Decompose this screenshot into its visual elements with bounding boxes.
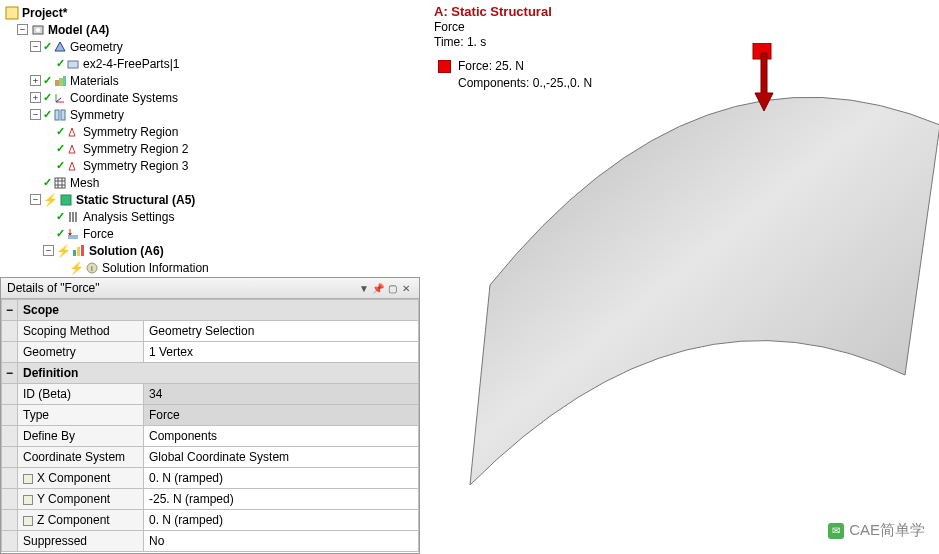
tree-item-geometry[interactable]: − ✓ Geometry [4,38,420,55]
watermark: ✉ CAE简单学 [828,521,925,540]
tree-label: Symmetry Region 2 [83,142,188,156]
param-checkbox[interactable] [23,474,33,484]
surface-icon [65,56,80,71]
expander-icon[interactable]: − [30,109,41,120]
tree-label: Solution (A6) [89,244,164,258]
tree-item-symmetry[interactable]: − ✓ Symmetry [4,106,420,123]
check-icon: ✓ [56,210,65,223]
tree-label: Mesh [70,176,99,190]
svg-line-10 [56,98,61,102]
tree-label: Coordinate Systems [70,91,178,105]
tree-label: Analysis Settings [83,210,174,224]
geometry-surface [460,55,939,505]
svg-rect-29 [77,247,80,256]
svg-rect-11 [55,110,59,120]
row-x-component[interactable]: X Component0. N (ramped) [2,468,419,489]
tree-item-solution[interactable]: − ⚡ Solution (A6) [4,242,420,259]
tree-label: ex2-4-FreeParts|1 [83,57,180,71]
tree-item-symregion1[interactable]: ✓ Symmetry Region [4,123,420,140]
svg-rect-25 [68,235,78,239]
row-z-component[interactable]: Z Component0. N (ramped) [2,510,419,531]
tree-item-parts[interactable]: ✓ ex2-4-FreeParts|1 [4,55,420,72]
svg-point-2 [36,28,40,32]
check-icon: ✓ [43,108,52,121]
tree-item-symregion2[interactable]: ✓ Symmetry Region 2 [4,140,420,157]
svg-rect-30 [81,245,84,256]
details-grid: −Scope Scoping MethodGeometry Selection … [1,299,419,552]
close-icon[interactable]: ✕ [399,283,413,294]
tree-item-mesh[interactable]: ✓ Mesh [4,174,420,191]
expander-icon[interactable]: + [30,92,41,103]
svg-rect-28 [73,250,76,256]
tree-item-force[interactable]: ✓ Force [4,225,420,242]
svg-rect-5 [55,80,59,86]
svg-marker-3 [55,42,65,51]
viewport-subtitle: Force [434,20,465,34]
expander-icon[interactable]: − [17,24,28,35]
settings-icon [65,209,80,224]
static-icon [58,192,73,207]
check-icon: ✓ [56,227,65,240]
tree-item-analysis-settings[interactable]: ✓ Analysis Settings [4,208,420,225]
details-panel: Details of "Force" ▼ 📌 ▢ ✕ −Scope Scopin… [0,277,420,554]
svg-rect-0 [6,7,18,19]
pin-icon[interactable]: 📌 [371,283,385,294]
tree-item-static[interactable]: − ⚡ Static Structural (A5) [4,191,420,208]
section-scope[interactable]: −Scope [2,300,419,321]
svg-marker-34 [755,53,773,111]
symregion-icon [65,158,80,173]
check-icon: ✓ [56,159,65,172]
symregion-icon [65,141,80,156]
tree-label: Model (A4) [48,23,109,37]
row-scoping-method[interactable]: Scoping MethodGeometry Selection [2,321,419,342]
svg-rect-21 [61,195,71,205]
tree-label: Symmetry Region 3 [83,159,188,173]
row-type[interactable]: TypeForce [2,405,419,426]
check-icon: ✓ [56,142,65,155]
svg-rect-24 [75,212,77,222]
row-define-by[interactable]: Define ByComponents [2,426,419,447]
tree-item-project[interactable]: Project* [4,4,420,21]
tree-item-solution-info[interactable]: ⚡ i Solution Information [4,259,420,275]
details-header: Details of "Force" ▼ 📌 ▢ ✕ [1,278,419,299]
row-geometry[interactable]: Geometry1 Vertex [2,342,419,363]
tree-item-materials[interactable]: + ✓ Materials [4,72,420,89]
row-y-component[interactable]: Y Component-25. N (ramped) [2,489,419,510]
svg-rect-7 [63,76,66,86]
row-suppressed[interactable]: SuppressedNo [2,531,419,552]
param-checkbox[interactable] [23,516,33,526]
expander-icon[interactable]: − [30,194,41,205]
bolt-icon: ⚡ [69,261,84,275]
svg-rect-6 [59,78,63,86]
check-icon: ✓ [43,91,52,104]
check-icon: ✓ [43,40,52,53]
symmetry-icon [52,107,67,122]
dropdown-icon[interactable]: ▼ [357,283,371,294]
svg-rect-22 [69,212,71,222]
param-checkbox[interactable] [23,495,33,505]
row-coord-system[interactable]: Coordinate SystemGlobal Coordinate Syste… [2,447,419,468]
tree-item-model[interactable]: − Model (A4) [4,21,420,38]
geometry-icon [52,39,67,54]
materials-icon [52,73,67,88]
expander-icon[interactable]: − [43,245,54,256]
coordsys-icon [52,90,67,105]
tree-item-coordsys[interactable]: + ✓ Coordinate Systems [4,89,420,106]
wechat-icon: ✉ [828,523,844,539]
viewport[interactable]: A: Static Structural Force Time: 1. s Fo… [420,0,939,554]
popout-icon[interactable]: ▢ [385,283,399,294]
tree-item-symregion3[interactable]: ✓ Symmetry Region 3 [4,157,420,174]
section-definition[interactable]: −Definition [2,363,419,384]
svg-rect-4 [68,61,78,68]
expander-icon[interactable]: + [30,75,41,86]
expander-icon[interactable]: − [30,41,41,52]
symregion-icon [65,124,80,139]
model-tree[interactable]: Project* − Model (A4) − ✓ Geometry ✓ ex2… [0,0,420,275]
check-icon: ✓ [56,125,65,138]
row-id[interactable]: ID (Beta)34 [2,384,419,405]
tree-label: Geometry [70,40,123,54]
check-icon: ✓ [43,74,52,87]
force-arrow [745,43,785,113]
svg-rect-12 [61,110,65,120]
legend-swatch [438,60,451,73]
